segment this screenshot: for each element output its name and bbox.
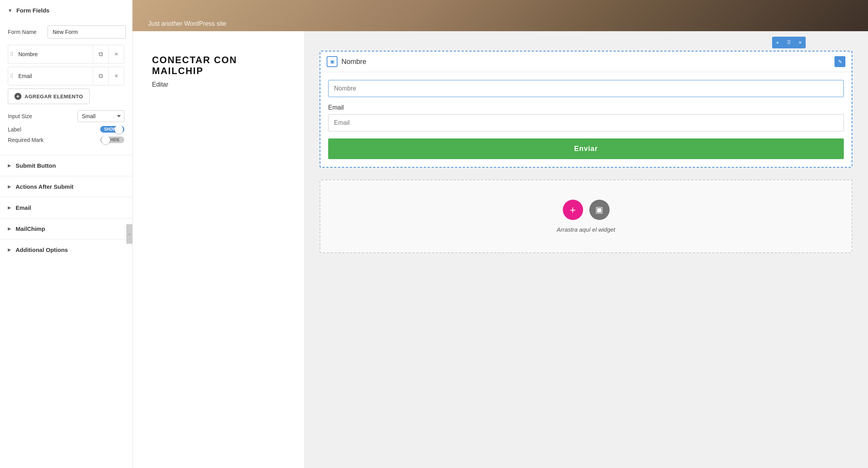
widget-close-button[interactable]: × (795, 37, 806, 48)
panel-collapse-handle[interactable]: ‹ (126, 224, 133, 244)
field-label-email: Email (15, 73, 93, 79)
mailchimp-section: ▶ MailChimp (0, 218, 132, 239)
actions-after-submit-header[interactable]: ▶ Actions After Submit (0, 176, 132, 197)
preview-left: CONECTAR CON MAILCHIP Editar (133, 31, 304, 468)
actions-after-submit-section: ▶ Actions After Submit (0, 176, 132, 197)
required-mark-toggle[interactable]: HIDE (100, 136, 124, 143)
email-chevron-icon: ▶ (8, 205, 11, 210)
label-toggle-row: Label SHOW (8, 126, 124, 133)
close-icon: × (115, 51, 118, 58)
dropzone-folder-button[interactable]: ▣ (589, 200, 610, 220)
form-widget-header: ▣ Nombre ✎ (320, 51, 852, 72)
form-fields-content: Form Name ⠿ Nombre ⧉ × ⠿ Email ⧉ (0, 18, 132, 155)
form-widget-icon: ▣ (327, 56, 338, 67)
field-item-email: ⠿ Email ⧉ × (8, 67, 124, 85)
site-header: Just another WordPress site (133, 0, 868, 31)
mailchimp-title: MailChimp (16, 225, 45, 232)
form-name-label: Form Name (8, 29, 43, 35)
delete-field-nombre-button[interactable]: × (108, 45, 124, 63)
additional-options-chevron-icon: ▶ (8, 247, 11, 252)
submit-button-section: ▶ Submit Button (0, 155, 132, 176)
collapse-left-icon: ‹ (129, 232, 130, 236)
left-panel: ▼ Form Fields Form Name ⠿ Nombre ⧉ × (0, 0, 133, 468)
preview-right: + ⠿ × ▣ Nombre (304, 31, 868, 468)
dropzone-text: Arrastra aquí el widget (557, 226, 615, 233)
copy-icon: ⧉ (99, 51, 103, 58)
dropzone-buttons: + ▣ (563, 200, 610, 220)
submit-button-header[interactable]: ▶ Submit Button (0, 155, 132, 176)
submit-chevron-icon: ▶ (8, 163, 11, 168)
mailchimp-chevron-icon: ▶ (8, 226, 11, 231)
label-toggle-knob (115, 125, 123, 134)
mailchimp-edit-link[interactable]: Editar (152, 81, 285, 88)
plus-icon: + (14, 93, 21, 100)
email-title: Email (16, 204, 31, 211)
input-size-row: Input Size Small Medium Large (8, 110, 124, 122)
field-item-nombre: ⠿ Nombre ⧉ × (8, 45, 124, 64)
additional-options-title: Additional Options (16, 246, 68, 253)
widget-add-button[interactable]: + (772, 37, 783, 48)
add-element-label: AGREGAR ELEMENTO (25, 94, 83, 99)
form-widget-title: Nombre (341, 58, 834, 66)
mailchimp-section-title: CONECTAR CON MAILCHIP (152, 55, 285, 76)
form-widget-edit-button[interactable]: ✎ (834, 56, 845, 67)
form-widget-body: Email Enviar (320, 72, 852, 167)
input-size-select[interactable]: Small Medium Large (78, 110, 124, 122)
form-name-row: Form Name (8, 25, 124, 39)
mailchimp-header[interactable]: ▶ MailChimp (0, 218, 132, 239)
right-panel: Just another WordPress site CONECTAR CON… (133, 0, 868, 468)
delete-field-email-button[interactable]: × (108, 67, 124, 85)
submit-button-title: Submit Button (16, 162, 56, 169)
edit-pencil-icon: ✎ (838, 59, 842, 65)
required-toggle-knob (101, 136, 110, 144)
form-widget-container: + ⠿ × ▣ Nombre (320, 51, 852, 168)
submit-btn-label: Enviar (574, 145, 598, 152)
widget-plus-icon: + (776, 39, 779, 46)
widget-drag-button[interactable]: ⠿ (783, 37, 795, 48)
form-fields-title: Form Fields (16, 7, 49, 14)
drag-handle-nombre[interactable]: ⠿ (8, 51, 15, 57)
copy-field-nombre-button[interactable]: ⧉ (93, 45, 108, 63)
email-header[interactable]: ▶ Email (0, 197, 132, 218)
widget-toolbar: + ⠿ × (772, 37, 806, 48)
form-email-field-group: Email (328, 104, 844, 138)
required-mark-row: Required Mark HIDE (8, 136, 124, 143)
dropzone-plus-icon: + (570, 204, 576, 216)
form-email-label: Email (328, 104, 844, 111)
copy-icon-email: ⧉ (99, 73, 103, 80)
copy-field-email-button[interactable]: ⧉ (93, 67, 108, 85)
form-name-input[interactable] (48, 25, 126, 39)
actions-chevron-icon: ▶ (8, 184, 11, 189)
add-element-button[interactable]: + AGREGAR ELEMENTO (8, 89, 90, 104)
close-icon-email: × (115, 73, 118, 80)
required-mark-label: Required Mark (8, 137, 44, 143)
label-toggle-switch[interactable]: SHOW (100, 126, 124, 133)
email-section: ▶ Email (0, 197, 132, 218)
dropzone-add-button[interactable]: + (563, 200, 583, 220)
form-fields-section-header[interactable]: ▼ Form Fields (0, 0, 132, 18)
additional-options-header[interactable]: ▶ Additional Options (0, 239, 132, 260)
actions-after-submit-title: Actions After Submit (16, 183, 74, 190)
widget-close-icon: × (799, 39, 802, 46)
site-tagline: Just another WordPress site (148, 20, 226, 27)
form-submit-button[interactable]: Enviar (328, 138, 844, 159)
form-fields-chevron-icon: ▼ (8, 8, 12, 13)
form-widget: ▣ Nombre ✎ (320, 51, 852, 168)
form-nombre-field (328, 80, 844, 104)
required-toggle-text: HIDE (110, 138, 120, 142)
dropzone-folder-icon: ▣ (595, 205, 603, 215)
drag-handle-email[interactable]: ⠿ (8, 73, 15, 79)
input-size-label: Input Size (8, 113, 32, 119)
preview-content: CONECTAR CON MAILCHIP Editar + ⠿ × (133, 31, 868, 468)
widget-grid-icon: ⠿ (787, 39, 791, 46)
form-nombre-input[interactable] (328, 80, 844, 97)
form-email-input[interactable] (328, 114, 844, 131)
additional-options-section: ▶ Additional Options (0, 239, 132, 260)
label-toggle-label: Label (8, 126, 21, 133)
field-label-nombre: Nombre (15, 51, 93, 57)
form-icon-symbol: ▣ (330, 59, 334, 64)
widget-dropzone: + ▣ Arrastra aquí el widget (320, 179, 852, 253)
